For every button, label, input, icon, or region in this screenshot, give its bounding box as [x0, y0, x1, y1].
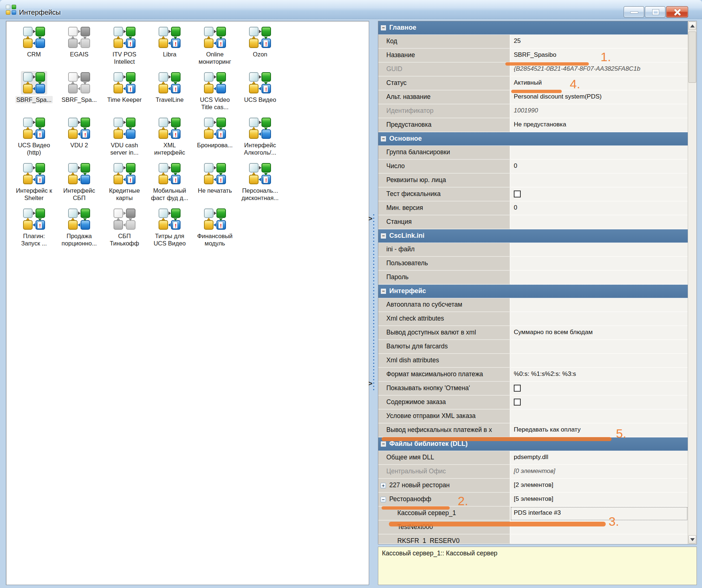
property-value[interactable] — [510, 340, 688, 354]
scrollbar-thumb[interactable] — [688, 32, 696, 83]
property-row[interactable]: −Ресторанофф[5 элементов] — [378, 493, 688, 507]
vertical-scrollbar[interactable] — [688, 21, 697, 544]
property-row[interactable]: Станция — [378, 215, 688, 229]
interface-item[interactable]: SBRF_Spa... — [57, 70, 102, 115]
collapse-button[interactable]: − — [381, 25, 386, 30]
property-value[interactable] — [510, 521, 688, 535]
interface-item[interactable]: Финансовый модуль — [192, 206, 238, 251]
property-row[interactable]: Валюты для farcards — [378, 340, 688, 354]
property-value[interactable] — [510, 298, 688, 312]
property-row[interactable]: ПредустановкаНе предустановка — [378, 118, 688, 132]
interface-item[interactable]: Интерфейс к Shelter — [11, 160, 57, 206]
splitter-collapse-arrow-top[interactable]: > — [368, 215, 375, 223]
property-row[interactable]: Вывод нефискальных платежей в хПередават… — [378, 424, 688, 437]
property-value[interactable]: 0 — [510, 160, 688, 174]
collapse-button[interactable]: − — [381, 441, 386, 447]
property-row[interactable]: Формат максимального платежа%0:s: %1:s%2… — [378, 368, 688, 382]
property-row[interactable]: Мин. версия0 — [378, 201, 688, 215]
property-value[interactable]: 0 — [510, 201, 688, 215]
interface-item[interactable]: VDU 2 — [57, 115, 102, 160]
property-value[interactable]: Передавать как оплату — [510, 424, 688, 437]
collapse-button[interactable]: − — [381, 289, 386, 294]
interface-item[interactable]: Бронирова... — [192, 115, 238, 160]
property-row[interactable]: Группа балансировки — [378, 146, 688, 160]
interface-item[interactable]: TravelLine — [147, 70, 193, 115]
interface-item[interactable]: СБП Тинькофф — [102, 206, 147, 251]
property-row[interactable]: RKSFR_1_RESERV0 — [378, 535, 688, 544]
property-row[interactable]: Xml check attributes — [378, 312, 688, 326]
property-row[interactable]: Вывод доступных валют в xmlСуммарно по в… — [378, 326, 688, 340]
property-value[interactable]: Активный — [510, 77, 688, 90]
property-value[interactable] — [510, 215, 688, 229]
property-row[interactable]: GUID{B2854521-0B21-46A7-8F07-AA3825FA8C1… — [378, 63, 688, 77]
interface-item[interactable]: Ozon — [238, 24, 283, 70]
interface-item[interactable]: UCS Video Title cas... — [192, 70, 238, 115]
property-value[interactable] — [510, 188, 688, 201]
interface-item[interactable]: EGAIS — [57, 24, 102, 70]
property-value[interactable] — [510, 243, 688, 257]
property-value[interactable]: pdsempty.dll — [510, 451, 688, 465]
section-header[interactable]: −Интерфейс — [378, 285, 688, 298]
property-row[interactable]: Условие отправки XML заказа — [378, 410, 688, 424]
property-row[interactable]: Показывать кнопку 'Отмена' — [378, 382, 688, 396]
property-value[interactable] — [510, 354, 688, 368]
interface-item[interactable]: Мобильный фаст фуд д... — [147, 160, 193, 206]
property-value[interactable] — [510, 535, 688, 544]
interface-item[interactable]: Time Keeper — [102, 70, 147, 115]
interface-item[interactable]: Продажа порционно... — [57, 206, 102, 251]
property-value[interactable]: PDS interface #3 — [510, 507, 688, 521]
property-value[interactable] — [510, 410, 688, 424]
property-row[interactable]: НазваниеSBRF_Spasibo — [378, 49, 688, 63]
property-value[interactable]: Суммарно по всем блюдам — [510, 326, 688, 340]
interface-item[interactable]: CRM — [11, 24, 57, 70]
collapse-button[interactable]: − — [380, 497, 386, 502]
property-value[interactable]: 1001990 — [510, 104, 688, 118]
interface-item[interactable]: Online мониторинг — [192, 24, 238, 70]
property-value[interactable]: [5 элементов] — [510, 493, 688, 507]
interface-item[interactable]: Титры для UCS Видео — [147, 206, 193, 251]
property-value[interactable]: Не предустановка — [510, 118, 688, 132]
property-value[interactable]: SBRF_Spasibo — [510, 49, 688, 63]
property-row[interactable]: Тест фискальника — [378, 188, 688, 201]
scroll-up-button[interactable] — [688, 22, 696, 30]
interface-item[interactable]: XML интерфейс — [147, 115, 193, 160]
interface-item[interactable]: UCS Видео — [238, 70, 283, 115]
property-row[interactable]: Центральный Офис[0 элементов] — [378, 465, 688, 479]
property-value[interactable] — [510, 382, 688, 396]
collapse-button[interactable]: − — [381, 233, 386, 238]
maximize-button[interactable] — [645, 6, 665, 18]
checkbox[interactable] — [514, 191, 521, 197]
property-row[interactable]: Реквизиты юр. лица — [378, 174, 688, 188]
interface-item[interactable]: Кредитные карты — [102, 160, 147, 206]
property-value[interactable]: %0:s: %1:s%2:s: %3:s — [510, 368, 688, 382]
property-row[interactable]: Альт. названиеPersonal discount system(P… — [378, 90, 688, 104]
close-button[interactable] — [666, 6, 688, 18]
property-row[interactable]: ini - файл — [378, 243, 688, 257]
property-row[interactable]: Автооплата по субсчетам — [378, 298, 688, 312]
property-value[interactable] — [510, 174, 688, 188]
collapse-button[interactable]: − — [381, 136, 386, 141]
section-header[interactable]: −Главное — [378, 21, 688, 35]
checkbox[interactable] — [514, 399, 521, 406]
interface-item[interactable]: Плагин: Запуск ... — [11, 206, 57, 251]
titlebar[interactable]: Интерфейсы — [0, 0, 702, 19]
property-row[interactable]: Xml dish attributes — [378, 354, 688, 368]
splitter-handle[interactable] — [373, 214, 374, 392]
property-row[interactable]: Содержимое заказа — [378, 396, 688, 410]
interface-item[interactable]: Персональ... дисконтная... — [238, 160, 283, 206]
property-row[interactable]: Код25 — [378, 35, 688, 49]
interface-item[interactable]: Не печатать — [192, 160, 238, 206]
interface-item[interactable]: UCS Видео (http) — [11, 115, 57, 160]
interface-item[interactable]: Интерфейс СБП — [57, 160, 102, 206]
section-header[interactable]: −Файлы библиотек (DLL) — [378, 437, 688, 451]
property-value[interactable]: [0 элементов] — [510, 465, 688, 479]
property-row[interactable]: Пользователь — [378, 257, 688, 271]
property-value[interactable] — [510, 271, 688, 285]
property-value[interactable]: [2 элементов] — [510, 479, 688, 493]
checkbox[interactable] — [514, 385, 521, 392]
interface-item[interactable]: ITV POS Intellect — [102, 24, 147, 70]
property-row[interactable]: Число0 — [378, 160, 688, 174]
property-row[interactable]: TestNext000 — [378, 521, 688, 535]
splitter-collapse-arrow-bottom[interactable]: > — [368, 380, 375, 388]
interface-item[interactable]: Интерфейс Алкоголь/... — [238, 115, 283, 160]
